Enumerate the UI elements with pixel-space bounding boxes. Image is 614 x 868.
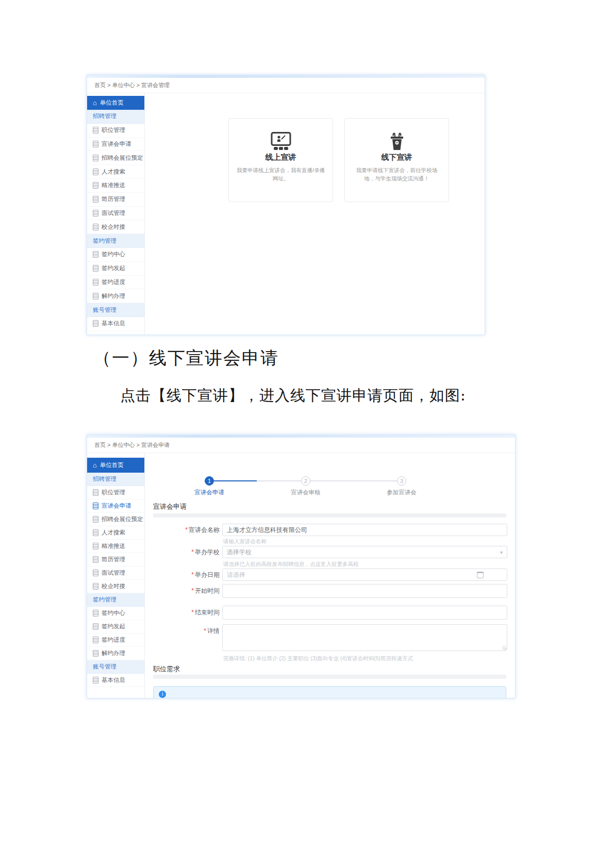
field-label-start-time: *开始时间 [145, 584, 220, 598]
card-online-presentation[interactable]: 线上宣讲 我要申请线上宣讲会，我有直播/录播网址。 [228, 118, 333, 202]
name-input-wrap [222, 524, 507, 536]
document-icon [93, 155, 98, 161]
sidebar-item-school-enterprise-connect[interactable]: 校企对接 [87, 580, 144, 593]
breadcrumb[interactable]: 首页 > 单位中心 > 宣讲会申请 [87, 438, 515, 453]
sidebar: ⌂单位首页 招聘管理 职位管理 宣讲会申请 招聘会展位预定 人才搜索 精准推送 … [87, 453, 145, 698]
sidebar-item-contract-center[interactable]: 签约中心 [87, 607, 144, 620]
sidebar-section-account: 账号管理 [87, 303, 144, 317]
document-icon [93, 529, 98, 536]
step-label-review: 宣讲会审核 [280, 489, 331, 496]
chevron-down-icon: ▾ [500, 549, 503, 555]
sidebar-section-contract: 签约管理 [87, 234, 144, 248]
sidebar-item-basic-info[interactable]: 基本信息 [87, 317, 144, 331]
card-title: 线下宣讲 [345, 153, 449, 162]
card-desc: 我要申请线上宣讲会，我有直播/录播网址。 [236, 166, 325, 183]
document-icon [93, 503, 98, 509]
sidebar-item-resume-manage[interactable]: 简历管理 [87, 193, 144, 207]
school-select[interactable]: 选择学校▾ [222, 546, 507, 558]
info-icon: i [159, 691, 166, 698]
document-icon [93, 265, 98, 272]
step-connector [310, 480, 397, 481]
card-offline-presentation[interactable]: 线下宣讲 我要申请线下宣讲会，前往学校场地，与学生现场交流沟通！ [344, 118, 449, 202]
field-label-detail: *详情 [145, 626, 220, 636]
field-label-school: *举办学校 [145, 546, 220, 558]
sidebar-item-position-manage[interactable]: 职位管理 [87, 124, 144, 138]
school-select-wrap: 选择学校▾ [222, 546, 507, 558]
step-circle-1: 1 [205, 476, 214, 486]
panel-divider [153, 675, 506, 679]
sidebar-item-precise-push[interactable]: 精准推送 [87, 179, 144, 193]
end-time-input-wrap [222, 606, 507, 620]
field-label-name: *宣讲会名称 [145, 524, 220, 536]
sidebar-item-contract-progress[interactable]: 签约进度 [87, 276, 144, 290]
presentation-name-input[interactable] [222, 524, 507, 536]
sidebar-item-talent-search[interactable]: 人才搜索 [87, 526, 144, 540]
card-title: 线上宣讲 [229, 153, 333, 162]
sidebar-item-unit-home[interactable]: ⌂单位首页 [87, 458, 144, 473]
document-icon [93, 141, 98, 147]
document-icon [93, 489, 98, 496]
sidebar-item-resume-manage[interactable]: 简历管理 [87, 553, 144, 566]
document-icon [93, 677, 98, 683]
document-icon [93, 623, 98, 630]
sidebar-item-interview-manage[interactable]: 面试管理 [87, 566, 144, 580]
sidebar-item-basic-info[interactable]: 基本信息 [87, 674, 144, 687]
sidebar-section-recruitment: 招聘管理 [87, 110, 144, 124]
sidebar-item-precise-push[interactable]: 精准推送 [87, 540, 144, 553]
document-icon [93, 169, 98, 175]
screenshot-presentation-manage: 首页 > 单位中心 > 宣讲会管理 ⌂单位首页 招聘管理 职位管理 宣讲会申请 … [87, 75, 485, 335]
sidebar-item-talent-search[interactable]: 人才搜索 [87, 165, 144, 179]
detail-textarea-wrap [222, 624, 507, 651]
sidebar-item-jobfair-booth-booking[interactable]: 招聘会展位预定 [87, 151, 144, 165]
resize-handle-icon[interactable] [502, 646, 506, 650]
sidebar-item-jobfair-booth-booking[interactable]: 招聘会展位预定 [87, 513, 144, 526]
field-label-end-time: *结束时间 [145, 606, 220, 620]
breadcrumb[interactable]: 首页 > 单位中心 > 宣讲会管理 [87, 78, 485, 93]
info-alert-bar: i [153, 686, 506, 698]
sidebar-item-contract-termination[interactable]: 解约办理 [87, 647, 144, 660]
school-hint: 请选择已入驻的高校发布招聘信息，点这里入驻更多高校 [223, 561, 359, 568]
sidebar-item-contract-center[interactable]: 签约中心 [87, 248, 144, 262]
document-icon [93, 251, 98, 258]
document-icon [93, 583, 98, 590]
document-icon [93, 650, 98, 657]
document-icon [93, 293, 98, 299]
sidebar-item-school-enterprise-connect[interactable]: 校企对接 [87, 220, 144, 234]
sidebar-item-contract-progress[interactable]: 签约进度 [87, 633, 144, 647]
detail-hint: 完善详情: (1) 单位简介 (2) 主要职位 (3)面向专业 (4)宣讲会时间… [223, 655, 413, 662]
content-area: 线上宣讲 我要申请线上宣讲会，我有直播/录播网址。 线下宣讲 我要申请线下宣讲会… [145, 93, 485, 335]
panel-title-position-demand: 职位需求 [153, 664, 180, 674]
start-time-input-wrap [222, 584, 507, 598]
step-label-attend: 参加宣讲会 [376, 489, 427, 496]
document-page: 首页 > 单位中心 > 宣讲会管理 ⌂单位首页 招聘管理 职位管理 宣讲会申请 … [0, 0, 614, 868]
sidebar-item-unit-home[interactable]: ⌂单位首页 [87, 96, 144, 110]
step-circle-2: 2 [301, 476, 310, 486]
sidebar-item-interview-manage[interactable]: 面试管理 [87, 207, 144, 221]
sidebar-item-position-manage[interactable]: 职位管理 [87, 486, 144, 499]
doc-paragraph: 点击【线下宣讲】，进入线下宣讲申请页面，如图: [120, 386, 466, 406]
date-input[interactable] [222, 569, 507, 581]
document-icon [93, 570, 98, 576]
document-icon [93, 279, 98, 286]
end-time-input[interactable] [222, 606, 507, 620]
document-icon [93, 182, 98, 189]
sidebar-item-contract-initiate[interactable]: 签约发起 [87, 262, 144, 276]
card-desc: 我要申请线下宣讲会，前往学校场地，与学生现场交流沟通！ [352, 166, 441, 183]
sidebar-item-presentation-apply[interactable]: 宣讲会申请 [87, 499, 144, 513]
step-connector [214, 480, 257, 481]
step-label-apply: 宣讲会申请 [184, 489, 235, 496]
sidebar-item-contract-initiate[interactable]: 签约发起 [87, 620, 144, 633]
screenshot-presentation-apply-form: 首页 > 单位中心 > 宣讲会申请 ⌂单位首页 招聘管理 职位管理 宣讲会申请 … [87, 435, 516, 698]
panel-divider [153, 513, 506, 518]
start-time-input[interactable] [222, 584, 507, 598]
home-icon: ⌂ [93, 99, 97, 106]
document-icon [93, 516, 98, 523]
field-label-date: *举办日期 [145, 569, 220, 581]
sidebar-item-contract-termination[interactable]: 解约办理 [87, 289, 144, 303]
detail-textarea[interactable] [222, 624, 507, 651]
document-icon [93, 127, 98, 133]
document-icon [93, 320, 98, 327]
sidebar-section-recruitment: 招聘管理 [87, 473, 144, 486]
calendar-icon [477, 572, 484, 578]
sidebar-item-presentation-apply[interactable]: 宣讲会申请 [87, 138, 144, 152]
